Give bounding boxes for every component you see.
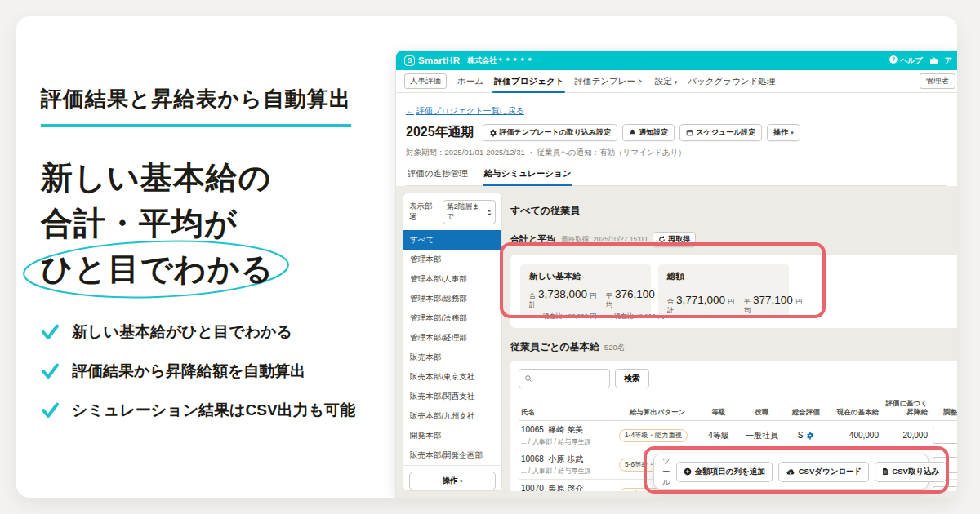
plus-icon xyxy=(684,467,692,476)
chevron-down-icon: ▾ xyxy=(675,79,678,85)
sidebar-action-button[interactable]: 操作 ▾ xyxy=(409,472,496,490)
role-cell: 一般社員 xyxy=(739,421,785,450)
refresh-icon xyxy=(658,236,666,243)
column-header: 等級 xyxy=(698,397,739,421)
search-button[interactable]: 検索 xyxy=(615,369,649,388)
app-screenshot: S SmartHR 株式会社＊＊＊＊＊ ? ヘルプ ア 人事評価 ホーム評価プロ… xyxy=(396,51,957,498)
avg-value: 376,100 xyxy=(615,288,655,300)
app-nav: 人事評価 ホーム評価プロジェクト評価テンプレート設定 ▾バックグラウンド処理 管… xyxy=(396,70,957,93)
headline-line: 合計・平均が xyxy=(41,201,396,246)
column-header: 現在の基本給 xyxy=(827,397,881,421)
account-label[interactable]: ア xyxy=(945,55,952,66)
last-fetched: 最終取得: 2025/10/27 15:00 xyxy=(561,235,647,245)
summary-label: 合計と平均 xyxy=(510,233,555,246)
nav-item[interactable]: バックグラウンド処理 xyxy=(688,71,775,92)
toolbar-button[interactable]: 金額項目の列を追加 xyxy=(676,462,773,482)
total-value: 3,738,000 xyxy=(538,288,587,300)
hierarchy-select[interactable]: 第2階層まで xyxy=(443,200,496,224)
column-header: 総合評価 xyxy=(785,397,827,421)
doc-icon xyxy=(882,467,889,476)
help-icon: ? xyxy=(889,55,898,64)
column-header: 給与算出パターン xyxy=(617,397,698,421)
app-switcher-chip[interactable]: 人事評価 xyxy=(404,73,447,89)
sidebar-item-管理本部[interactable]: 管理本部 xyxy=(403,250,501,269)
sidebar-item-販売本部/開発企画部[interactable]: 販売本部/開発企画部 xyxy=(403,445,501,465)
nav-item[interactable]: ホーム xyxy=(457,71,483,92)
check-icon xyxy=(41,363,60,379)
search-icon xyxy=(524,374,532,383)
sidebar-item-管理本部/法務部[interactable]: 管理本部/法務部 xyxy=(403,308,501,328)
bell-icon xyxy=(629,129,636,136)
column-header: 役職 xyxy=(739,397,785,421)
content-area: 表示部署 第2階層まで すべて管理本部管理本部/人事部管理本部/総務部管理本部/… xyxy=(396,186,957,498)
eval-gear-icon[interactable] xyxy=(806,432,814,440)
table-heading: 従業員ごとの基本給 xyxy=(510,340,599,354)
search-icon xyxy=(524,374,532,383)
header-button[interactable]: 通知設定 xyxy=(622,124,675,141)
sidebar-item-管理本部/人事部[interactable]: 管理本部/人事部 xyxy=(403,269,501,289)
nav-item[interactable]: 評価プロジェクト xyxy=(494,71,564,92)
admin-badge[interactable]: 管理者 xyxy=(920,73,956,89)
total-value: 3,771,000 xyxy=(676,294,725,306)
toolbar-button[interactable]: CSV取り込み xyxy=(875,462,947,482)
tab-salary-simulation[interactable]: 給与シミュレーション xyxy=(484,168,572,185)
adjustment-input[interactable] xyxy=(933,486,957,491)
grade-cell: 4等級 xyxy=(698,421,739,450)
current-salary-cell: 400,000 xyxy=(827,421,881,450)
total-amount-box: 総額 合計 3,771,000 円 平均 377,100 円 xyxy=(658,264,789,318)
project-meta: 対象期間：2025/01/01-2025/12/31 ・ 従業員への通知：有効（… xyxy=(406,148,947,158)
gear-icon xyxy=(806,432,814,440)
circled-phrase: ひと目でわかる xyxy=(41,246,274,292)
nav-item[interactable]: 評価テンプレート xyxy=(574,71,644,92)
project-tabs: 評価の進捗管理 給与シミュレーション xyxy=(406,168,947,186)
headline: 新しい基本給の合計・平均がひと目でわかる xyxy=(41,155,396,292)
briefcase-icon xyxy=(929,57,938,64)
table-row: 10065 篠崎 菜美... / 人事部 / 給与厚生課1-4等級・能力重視4等… xyxy=(519,421,957,450)
back-arrow-icon: ← xyxy=(406,106,414,115)
column-header: 氏名 xyxy=(519,397,617,421)
sidebar-item-販売本部/東京支社[interactable]: 販売本部/東京支社 xyxy=(403,367,501,387)
help-icon: ? xyxy=(889,55,898,65)
headline-line: 新しい基本給の xyxy=(41,155,396,201)
smarthr-logo-icon: S xyxy=(404,55,415,66)
refetch-button[interactable]: 再取得 xyxy=(653,232,696,247)
feature-card: 評価結果と昇給表から自動算出 新しい基本給の合計・平均がひと目でわかる 新しい基… xyxy=(16,16,957,498)
adjustment-input[interactable] xyxy=(933,428,957,444)
sidebar-item-販売本部[interactable]: 販売本部 xyxy=(403,348,501,367)
sidebar-item-すべて[interactable]: すべて xyxy=(403,230,501,250)
toolbar-button[interactable]: CSVダウンロード xyxy=(778,462,870,482)
check-icon xyxy=(41,324,60,340)
employee-name: 10068 小原 歩武 xyxy=(521,454,614,465)
main-heading: すべての従業員 xyxy=(510,204,951,218)
feature-bullet: シミュレーション結果はCSV出力も可能 xyxy=(41,400,396,421)
svg-text:?: ? xyxy=(892,56,895,63)
tab-progress[interactable]: 評価の進捗管理 xyxy=(408,168,468,185)
feature-bullet: 新しい基本給がひと目でわかる xyxy=(41,321,396,343)
new-base-salary-box: 新しい基本給 合計 3,738,000 円 現在比 +68,000 円 xyxy=(520,264,651,318)
briefcase-icon[interactable] xyxy=(929,57,938,64)
nav-item[interactable]: 設定 ▾ xyxy=(655,71,677,92)
header-button[interactable]: 評価テンプレートの取り込み設定 xyxy=(483,124,618,141)
updown-icon xyxy=(487,209,492,216)
check-icon xyxy=(41,363,60,379)
page-header: ← 評価プロジェクト一覧に戻る 2025年通期 評価テンプレートの取り込み設定通… xyxy=(396,93,957,186)
sidebar-item-販売本部/九州支社[interactable]: 販売本部/九州支社 xyxy=(403,406,501,426)
header-button[interactable]: 操作 ▾ xyxy=(767,124,800,141)
summary-card: 新しい基本給 合計 3,738,000 円 現在比 +68,000 円 xyxy=(510,255,957,328)
marketing-column: 評価結果と昇給表から自動算出 新しい基本給の合計・平均がひと目でわかる 新しい基… xyxy=(41,85,396,421)
back-to-projects-link[interactable]: ← 評価プロジェクト一覧に戻る xyxy=(406,105,524,117)
sidebar-item-管理本部/経理部[interactable]: 管理本部/経理部 xyxy=(403,328,501,348)
sidebar-item-販売本部/関西支社[interactable]: 販売本部/関西支社 xyxy=(403,387,501,406)
cloud-icon xyxy=(786,468,795,476)
calendar-icon xyxy=(686,129,693,136)
department-sidebar: 表示部署 第2階層まで すべて管理本部管理本部/人事部管理本部/総務部管理本部/… xyxy=(403,193,502,491)
help-link[interactable]: ? ヘルプ xyxy=(889,55,923,66)
employee-count: 520名 xyxy=(604,343,625,353)
sidebar-item-管理本部/総務部[interactable]: 管理本部/総務部 xyxy=(403,289,501,308)
employee-dept: ... / 人事部 / 給与厚生課 xyxy=(521,467,614,476)
header-button[interactable]: スケジュール設定 xyxy=(679,124,762,141)
raise-cell: 20,000 xyxy=(881,421,930,450)
tools-toolbar: ツール 金額項目の列を追加CSVダウンロードCSV取り込み xyxy=(653,454,929,490)
search-input[interactable] xyxy=(519,369,610,388)
sidebar-item-開発本部[interactable]: 開発本部 xyxy=(403,426,501,445)
